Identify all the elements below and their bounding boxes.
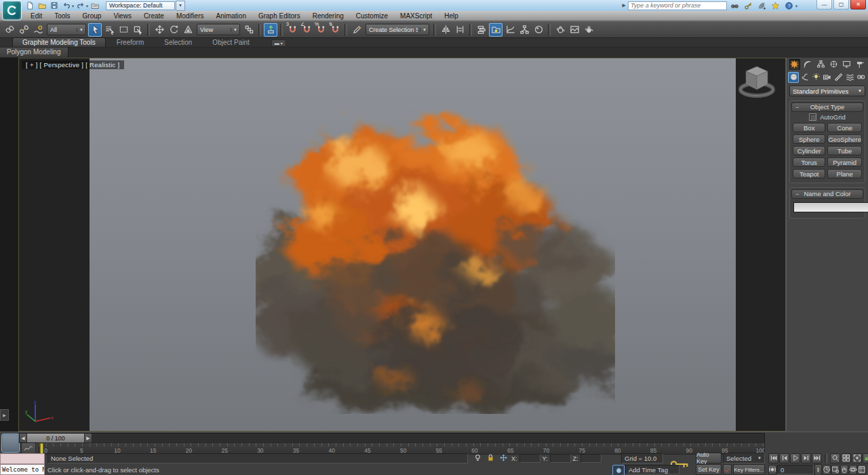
viewport-render-area[interactable] [90, 58, 736, 431]
viewport-layout-tab[interactable] [1, 434, 20, 453]
zoom-all-button[interactable] [841, 453, 851, 463]
create-category-space-warps[interactable] [844, 72, 855, 83]
ribbon-tab-object-paint[interactable]: Object Paint [203, 38, 258, 47]
menu-tools[interactable]: Tools [48, 11, 76, 21]
align-button[interactable] [453, 23, 467, 37]
menu-maxscript[interactable]: MAXScript [394, 11, 438, 21]
maximize-viewport-toggle-button[interactable] [858, 465, 866, 475]
zoom-button[interactable] [830, 453, 840, 463]
percent-snap-toggle-button[interactable]: % [314, 23, 328, 37]
menu-animation[interactable]: Animation [210, 11, 252, 21]
current-frame-field[interactable] [777, 465, 814, 474]
rendered-frame-window-button[interactable] [568, 23, 581, 37]
rectangular-selection-region-button[interactable] [117, 23, 130, 37]
create-category-cameras[interactable] [822, 72, 833, 83]
favorites-button[interactable] [770, 1, 781, 10]
menu-customize[interactable]: Customize [350, 11, 394, 21]
select-and-rotate-button[interactable] [167, 23, 180, 37]
adaptive-degradation-toggle[interactable] [612, 465, 625, 475]
communication-center-button[interactable] [756, 1, 768, 10]
redo-flyout-caret[interactable]: ▾ [86, 3, 88, 8]
object-name-field[interactable] [793, 202, 868, 212]
command-tab-modify[interactable] [802, 59, 813, 70]
time-configuration-button[interactable] [823, 465, 831, 475]
time-slider-prev-arrow[interactable]: ◀ [20, 434, 27, 442]
select-and-move-button[interactable] [153, 23, 166, 37]
time-slider-handle[interactable]: 0 / 100 [27, 434, 85, 442]
z-coordinate-field[interactable] [580, 454, 601, 463]
select-and-scale-button[interactable] [181, 23, 195, 37]
infocenter-search-button[interactable] [729, 1, 741, 10]
ribbon-tab-selection[interactable]: Selection [155, 38, 201, 47]
workspace-dropdown[interactable]: Workspace: Default▼ [106, 1, 185, 11]
default-in-out-tangents-button[interactable] [723, 464, 732, 475]
menu-graph-editors[interactable]: Graph Editors [252, 11, 307, 21]
primitive-button-tube[interactable]: Tube [827, 146, 862, 155]
previous-frame-button[interactable] [779, 453, 789, 463]
select-and-manipulate-button[interactable] [264, 23, 277, 37]
go-to-start-button[interactable] [768, 453, 778, 463]
isolate-selection-toggle[interactable] [473, 453, 482, 465]
autogrid-checkbox[interactable] [809, 113, 816, 121]
ribbon-minimize-button[interactable]: ▬ ▾ [271, 39, 286, 47]
subscription-center-button[interactable] [743, 1, 754, 10]
menu-modifiers[interactable]: Modifiers [170, 11, 210, 21]
command-tab-display[interactable] [842, 59, 852, 70]
frame-spinner[interactable]: ▲▼ [814, 464, 822, 475]
unlink-selection-button[interactable] [17, 23, 31, 37]
chevron-down-icon[interactable]: ▼ [231, 28, 239, 32]
perspective-viewport[interactable]: [ + ] [ Perspective ] [ Realistic ] z x … [18, 58, 786, 432]
undo-flyout-caret[interactable]: ▾ [72, 3, 74, 8]
menu-rendering[interactable]: Rendering [307, 11, 350, 21]
primitive-button-geosphere[interactable]: GeoSphere [827, 134, 862, 144]
ribbon-tab-freeform[interactable]: Freeform [107, 38, 154, 47]
key-filters-button[interactable]: Key Filters... [733, 464, 765, 475]
render-setup-button[interactable] [553, 23, 567, 37]
primitive-button-pyramid[interactable]: Pyramid [827, 157, 862, 167]
menu-group[interactable]: Group [77, 11, 108, 21]
primitive-category-dropdown[interactable]: Standard Primitives ▼ [789, 86, 865, 96]
viewport-layout-flyout-arrow[interactable]: ▶ [0, 409, 9, 421]
spinner-snap-toggle-button[interactable]: ⇅ [328, 23, 342, 37]
keyboard-shortcut-override-toggle-button[interactable] [350, 23, 363, 37]
viewport-label[interactable]: [ + ] [ Perspective ] [ Realistic ] [22, 60, 124, 69]
key-mode-toggle-button[interactable] [768, 465, 776, 475]
snaps-toggle-button[interactable]: 3 [285, 23, 299, 37]
zoom-extents-button[interactable] [852, 453, 862, 463]
manage-layers-button[interactable] [475, 23, 488, 37]
chevron-down-icon[interactable]: ▼ [77, 28, 85, 32]
primitive-button-sphere[interactable]: Sphere [793, 134, 825, 144]
chevron-down-icon[interactable]: ▼ [420, 28, 429, 32]
command-tab-utilities[interactable] [854, 59, 865, 70]
reference-coordinate-system-dropdown[interactable]: View▼ [197, 24, 240, 35]
add-time-tag-field[interactable]: Add Time Tag [625, 465, 679, 474]
primitive-button-plane[interactable]: Plane [827, 169, 862, 178]
bind-to-space-warp-button[interactable] [31, 23, 45, 37]
selection-lock-toggle[interactable] [486, 453, 495, 465]
ribbon-panel-polygon-modeling[interactable]: Polygon Modeling [0, 48, 68, 57]
render-production-button[interactable] [582, 23, 595, 37]
auto-key-button[interactable]: Auto Key [696, 453, 722, 463]
key-mode-dropdown[interactable]: Selected ▼ [723, 453, 765, 463]
zoom-extents-all-button[interactable] [863, 453, 868, 463]
close-button[interactable]: ✕ [850, 0, 866, 10]
object-type-rollout-header[interactable]: − Object Type [791, 102, 863, 112]
material-editor-button[interactable] [532, 23, 545, 37]
new-scene-button[interactable] [24, 1, 35, 10]
transform-type-in-mode[interactable] [499, 453, 508, 465]
primitive-button-cone[interactable]: Cone [827, 123, 862, 132]
menu-edit[interactable]: Edit [24, 11, 48, 21]
command-tab-hierarchy[interactable] [815, 59, 826, 70]
viewcube[interactable] [735, 61, 780, 100]
use-pivot-point-center-button[interactable] [242, 23, 256, 37]
selection-filter-dropdown[interactable]: All▼ [47, 24, 86, 35]
primitive-button-torus[interactable]: Torus [793, 157, 825, 167]
select-by-name-button[interactable] [102, 23, 116, 37]
go-to-end-button[interactable] [812, 453, 822, 463]
ribbon-tab-graphite-modeling-tools[interactable]: Graphite Modeling Tools [12, 37, 106, 47]
command-tab-create[interactable] [789, 59, 800, 70]
curve-editor-button[interactable] [503, 23, 517, 37]
create-category-geometry[interactable] [788, 72, 799, 83]
toggle-ribbon-button[interactable] [489, 23, 502, 37]
name-color-rollout-header[interactable]: − Name and Color [791, 189, 863, 199]
